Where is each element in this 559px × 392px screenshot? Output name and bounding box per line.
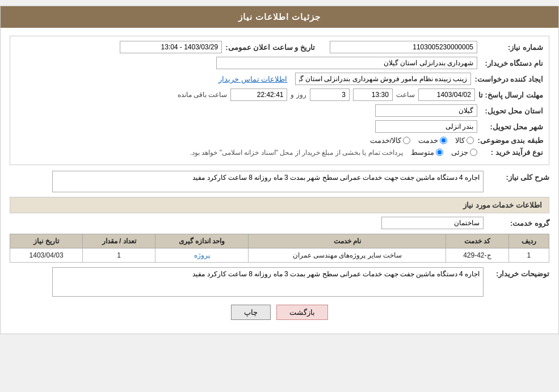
noefarayand-motavasset-label: متوسط xyxy=(411,148,434,157)
tarikhPasokh-remaining-input[interactable] xyxy=(230,88,287,101)
ejadKonande-input[interactable] xyxy=(295,73,471,85)
ostan-input[interactable] xyxy=(375,104,477,117)
sharh-label: شرح کلی نیاز: xyxy=(487,171,549,182)
page-title: جزئیات اطلاعات نیاز xyxy=(238,12,321,22)
col-tarikh: تاریخ نیاز xyxy=(10,234,83,248)
cell-vahed: پروژه xyxy=(155,248,249,263)
remaining-label: ساعت باقی مانده xyxy=(178,91,228,99)
ejadKonande-label: ایجاد کننده درخواست: xyxy=(474,75,543,83)
noefarayand-motavasset-radio[interactable] xyxy=(436,149,443,156)
services-table-section: ردیف کد خدمت نام خدمت واحد اندازه گیری ت… xyxy=(10,234,549,263)
shomareNiaz-input[interactable] xyxy=(330,41,477,53)
tabaqe-kala-label: کالا xyxy=(455,136,465,145)
noefarayand-radiogroup: جزئی متوسط پرداخت تمام یا بخشی از مبلغ خ… xyxy=(190,148,477,157)
tarikhElan-label: تاریخ و ساعت اعلان عمومی: xyxy=(225,43,315,52)
noefarayand-row: نوع فرآیند خرید : جزئی متوسط پرداخت تمام… xyxy=(16,148,543,157)
page-header: جزئیات اطلاعات نیاز xyxy=(1,6,558,28)
sharh-textarea[interactable] xyxy=(52,171,484,192)
noefarayand-motavasset: متوسط xyxy=(411,148,443,157)
saat-label: ساعت xyxy=(396,91,415,99)
tabaqe-khadamat-radio[interactable] xyxy=(440,137,447,144)
tarikhPasokh-date-input[interactable] xyxy=(418,88,475,101)
cell-tedad: 1 xyxy=(83,248,155,263)
tabaqe-label: طبقه بندی موضوعی: xyxy=(477,136,543,145)
chap-button[interactable]: چاپ xyxy=(231,305,271,320)
shomareNiaz-label: شماره نیاز: xyxy=(481,43,543,52)
tabaqe-kala-khadamat: کالا/خدمت xyxy=(370,136,411,145)
tabaqe-khadamat: خدمت xyxy=(418,136,447,145)
col-tedad: تعداد / مقدار xyxy=(83,234,155,248)
tabaqe-kala-khadamat-radio[interactable] xyxy=(403,137,410,144)
grohe-row: گروه خدمت: xyxy=(10,217,549,229)
tosifat-textarea[interactable] xyxy=(52,267,484,297)
roz-label: روز و xyxy=(291,91,306,99)
tabaqe-kala-radio[interactable] xyxy=(466,137,474,144)
ejadKonande-row: ایجاد کننده درخواست: اطلاعات تماس خریدار xyxy=(16,73,543,85)
grohe-input[interactable] xyxy=(381,217,484,229)
ostan-label: استان محل تحویل: xyxy=(481,107,543,115)
col-vahed: واحد اندازه گیری xyxy=(155,234,249,248)
tosifat-label: توضیحات خریدار: xyxy=(487,267,549,278)
table-row: 1 ج-42-429 ساخت سایر پروژه‌های مهندسی عم… xyxy=(10,248,549,263)
main-form: شماره نیاز: تاریخ و ساعت اعلان عمومی: نا… xyxy=(10,36,549,165)
col-radif: ردیف xyxy=(508,234,549,248)
tosifat-row: توضیحات خریدار: xyxy=(10,267,549,297)
mohlat-row: مهلت ارسال پاسخ: تا ساعت روز و ساعت باقی… xyxy=(16,88,543,101)
shahr-row: شهر محل تحویل: xyxy=(16,120,543,133)
ettelaatTamas-link[interactable]: اطلاعات تماس خریدار xyxy=(218,75,287,83)
noefarayand-jozei: جزئی xyxy=(451,148,477,157)
button-row: بازگشت چاپ xyxy=(10,305,549,320)
cell-radif: 1 xyxy=(508,248,549,263)
shomareNiaz-row: شماره نیاز: تاریخ و ساعت اعلان عمومی: xyxy=(16,41,543,53)
cell-tarikh: 1403/04/03 xyxy=(10,248,83,263)
tabaqe-row: طبقه بندی موضوعی: کالا خدمت کالا/خدمت xyxy=(16,136,543,145)
shahr-input[interactable] xyxy=(375,120,477,133)
cell-kod: ج-42-429 xyxy=(446,248,508,263)
tarikhPasokh-days-input[interactable] xyxy=(310,88,350,101)
bazgasht-button[interactable]: بازگشت xyxy=(276,305,328,320)
services-table: ردیف کد خدمت نام خدمت واحد اندازه گیری ت… xyxy=(10,234,549,263)
tabaqe-radiogroup: کالا خدمت کالا/خدمت xyxy=(370,136,474,145)
tabaqe-kala: کالا xyxy=(455,136,474,145)
sharh-row: شرح کلی نیاز: xyxy=(10,171,549,192)
tarikhPasokh-time-input[interactable] xyxy=(353,88,393,101)
etelaat-khadamat-title: اطلاعات خدمات مورد نیاز xyxy=(10,197,549,213)
noefarayand-jozei-label: جزئی xyxy=(451,148,468,157)
namDastgah-row: نام دستگاه خریدار: xyxy=(16,57,543,69)
noefarayand-note: پرداخت تمام یا بخشی از مبلغ خریدار از مح… xyxy=(190,149,403,157)
noefarayand-label: نوع فرآیند خرید : xyxy=(481,148,543,157)
shahr-label: شهر محل تحویل: xyxy=(481,123,543,131)
mohlat-label: مهلت ارسال پاسخ: تا xyxy=(478,91,543,99)
namDastgah-input[interactable] xyxy=(216,57,477,69)
ostan-row: استان محل تحویل: xyxy=(16,104,543,117)
cell-name: ساخت سایر پروژه‌های مهندسی عمران xyxy=(249,248,446,263)
col-kod: کد خدمت xyxy=(446,234,508,248)
tabaqe-khadamat-label: خدمت xyxy=(418,136,438,145)
tarikhElan-input[interactable] xyxy=(120,41,222,53)
grohe-label: گروه خدمت: xyxy=(487,219,549,227)
col-name: نام خدمت xyxy=(249,234,446,248)
noefarayand-jozei-radio[interactable] xyxy=(470,149,477,156)
namDastgah-label: نام دستگاه خریدار: xyxy=(481,59,543,68)
tabaqe-kala-khadamat-label: کالا/خدمت xyxy=(370,136,402,145)
